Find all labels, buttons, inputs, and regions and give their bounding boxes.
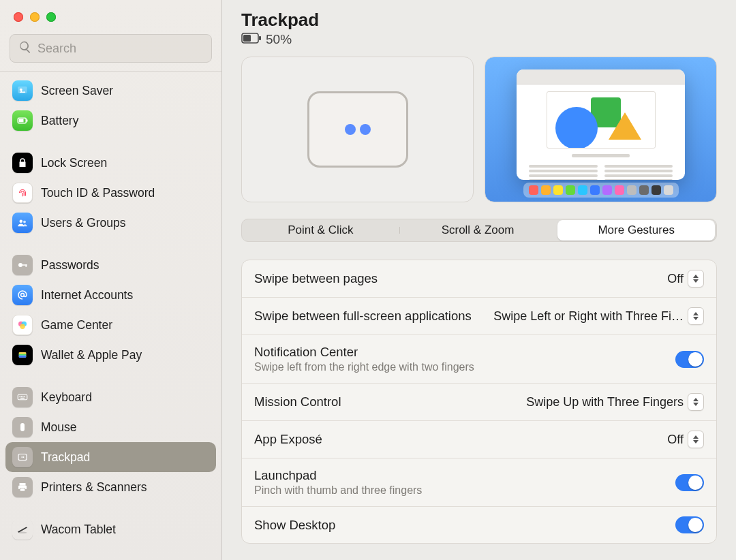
lock-icon — [12, 153, 33, 173]
at-sign-icon — [12, 285, 33, 305]
sidebar-item-screen-saver[interactable]: Screen Saver — [5, 76, 216, 106]
svg-point-13 — [20, 324, 25, 330]
svg-rect-28 — [20, 483, 26, 486]
svg-rect-3 — [27, 120, 28, 122]
sidebar-item-label: Lock Screen — [41, 156, 107, 170]
row-label: Swipe between pages — [254, 271, 655, 286]
search-icon — [18, 40, 37, 57]
tab-point-click[interactable]: Point & Click — [242, 223, 399, 237]
sidebar-item-label: Touch ID & Password — [41, 186, 155, 200]
battery-icon — [12, 110, 33, 131]
mouse-icon — [12, 417, 33, 437]
sidebar-item-label: Wacom Tablet — [41, 523, 116, 537]
sidebar-item-battery[interactable]: Battery — [5, 106, 216, 136]
sidebar-item-trackpad[interactable]: Trackpad — [5, 442, 216, 472]
screen-saver-icon — [12, 80, 33, 101]
row-label: Swipe between full-screen applications — [254, 309, 481, 324]
svg-rect-21 — [22, 396, 24, 398]
svg-rect-4 — [19, 119, 24, 123]
key-icon — [12, 255, 33, 275]
svg-point-27 — [23, 456, 25, 458]
sidebar-item-internet-accounts[interactable]: Internet Accounts — [5, 280, 216, 310]
sidebar-item-touch-id[interactable]: Touch ID & Password — [5, 178, 216, 208]
sidebar-item-printers-scanners[interactable]: Printers & Scanners — [5, 472, 216, 502]
sidebar-item-game-center[interactable]: Game Center — [5, 310, 216, 340]
sidebar-item-keyboard[interactable]: Keyboard — [5, 382, 216, 412]
page-title: Trackpad — [241, 10, 717, 31]
game-center-icon — [12, 315, 33, 335]
sidebar-item-wacom-tablet[interactable]: Wacom Tablet — [5, 514, 216, 544]
row-app-expose: App Exposé Off — [242, 421, 716, 458]
popup-button[interactable] — [688, 270, 704, 287]
sidebar-list: Screen Saver Battery Lock Screen Touch I… — [0, 72, 221, 560]
sidebar-item-users-groups[interactable]: Users & Groups — [5, 208, 216, 238]
svg-rect-22 — [24, 396, 25, 398]
sidebar-item-label: Mouse — [41, 420, 77, 435]
toggle-switch[interactable] — [675, 474, 704, 491]
wallet-icon — [12, 345, 33, 365]
row-mission-control: Mission Control Swipe Up with Three Fing… — [242, 384, 716, 421]
row-launchpad: Launchpad Pinch with thumb and three fin… — [242, 458, 716, 507]
tablet-icon — [12, 519, 33, 540]
svg-point-1 — [20, 89, 22, 91]
sidebar-item-passwords[interactable]: Passwords — [5, 250, 216, 280]
row-value: Off — [667, 433, 684, 447]
search-input[interactable] — [37, 42, 203, 56]
sidebar-item-label: Internet Accounts — [41, 288, 133, 302]
svg-rect-30 — [20, 488, 25, 492]
tab-more-gestures[interactable]: More Gestures — [557, 220, 715, 240]
row-label: Notification Center — [254, 345, 663, 360]
row-value: Swipe Left or Right with Three Fi… — [493, 309, 684, 324]
sidebar-item-label: Screen Saver — [41, 84, 113, 98]
battery-percent: 50% — [266, 32, 292, 47]
row-subtitle: Swipe left from the right edge with two … — [254, 361, 663, 373]
svg-point-31 — [18, 532, 27, 533]
dock-graphic — [523, 183, 679, 198]
row-show-desktop: Show Desktop — [242, 507, 716, 543]
search-field[interactable] — [10, 34, 212, 63]
toggle-switch[interactable] — [675, 516, 704, 533]
row-swipe-pages: Swipe between pages Off — [242, 260, 716, 298]
keyboard-icon — [12, 387, 33, 407]
popup-button[interactable] — [688, 393, 704, 411]
sidebar-item-label: Trackpad — [41, 450, 90, 465]
sidebar-item-lock-screen[interactable]: Lock Screen — [5, 148, 216, 178]
sidebar-item-label: Printers & Scanners — [41, 480, 147, 495]
gesture-preview-desktop — [485, 57, 717, 202]
popup-button[interactable] — [688, 307, 704, 325]
svg-rect-15 — [19, 352, 27, 354]
svg-rect-23 — [20, 398, 25, 399]
row-value: Off — [667, 272, 684, 286]
sidebar: Screen Saver Battery Lock Screen Touch I… — [0, 0, 222, 560]
svg-point-7 — [18, 263, 22, 267]
toggle-switch[interactable] — [675, 351, 704, 368]
svg-rect-19 — [20, 396, 21, 398]
row-subtitle: Pinch with thumb and three fingers — [254, 484, 663, 497]
row-notification-center: Notification Center Swipe left from the … — [242, 335, 716, 384]
tab-bar: Point & Click Scroll & Zoom More Gesture… — [241, 219, 717, 242]
trackpad-icon — [12, 447, 33, 467]
svg-point-6 — [23, 221, 26, 223]
sidebar-item-mouse[interactable]: Mouse — [5, 412, 216, 442]
battery-icon — [241, 32, 262, 47]
sidebar-item-label: Keyboard — [41, 390, 92, 405]
window-traffic-lights — [0, 0, 221, 22]
sidebar-item-label: Passwords — [41, 258, 99, 273]
zoom-window-button[interactable] — [46, 12, 56, 22]
sidebar-item-label: Users & Groups — [41, 216, 125, 230]
sidebar-item-label: Game Center — [41, 318, 112, 332]
sidebar-item-label: Battery — [41, 114, 78, 128]
svg-rect-20 — [21, 396, 22, 398]
svg-point-26 — [21, 456, 22, 458]
svg-rect-16 — [19, 354, 27, 356]
minimize-window-button[interactable] — [30, 12, 40, 22]
trackpad-graphic — [307, 91, 408, 168]
svg-point-5 — [20, 220, 23, 223]
row-label: Launchpad — [254, 468, 663, 483]
close-window-button[interactable] — [14, 12, 23, 22]
tab-scroll-zoom[interactable]: Scroll & Zoom — [399, 223, 557, 237]
popup-button[interactable] — [688, 431, 704, 448]
sidebar-item-wallet-applepay[interactable]: Wallet & Apple Pay — [5, 340, 216, 370]
svg-rect-24 — [20, 423, 25, 431]
users-icon — [12, 213, 33, 233]
